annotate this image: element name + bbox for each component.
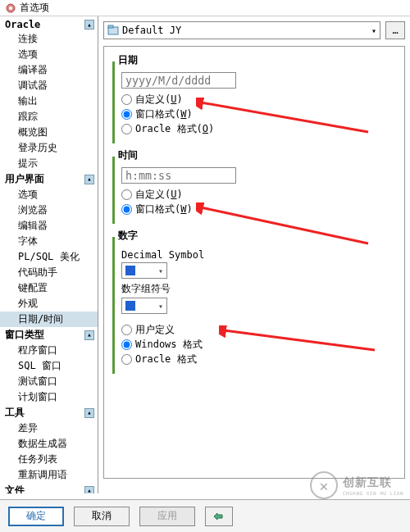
- sidebar-item[interactable]: 差异: [0, 421, 98, 436]
- sidebar-item[interactable]: 调试器: [0, 78, 98, 93]
- sidebar-group-header[interactable]: 文件▴: [0, 483, 98, 493]
- cancel-button[interactable]: 取消: [74, 507, 130, 526]
- sidebar-item[interactable]: 重新调用语: [0, 467, 98, 483]
- settings-panel: 日期 自定义(U) 窗口格式(W) Oracle 格式(O) 时间 自定义(U)…: [103, 46, 405, 479]
- number-windows-radio[interactable]: Windows 格式: [121, 338, 390, 352]
- sidebar-item[interactable]: 浏览器: [0, 202, 98, 218]
- color-swatch: [125, 266, 135, 275]
- browse-button[interactable]: …: [385, 21, 405, 39]
- sidebar-item[interactable]: 编辑器: [0, 218, 98, 234]
- time-format-input[interactable]: [121, 167, 236, 184]
- time-window-radio[interactable]: 窗口格式(W): [121, 202, 390, 216]
- number-legend: 数字: [118, 229, 139, 244]
- sidebar-item[interactable]: 跟踪: [0, 109, 98, 125]
- watermark-icon: ✕: [310, 471, 338, 499]
- sidebar-item[interactable]: PL/SQL 美化: [0, 249, 98, 265]
- date-format-input[interactable]: [121, 72, 236, 89]
- number-user-radio[interactable]: 用户定义: [121, 323, 390, 337]
- help-icon: [212, 510, 226, 523]
- sidebar-group-header[interactable]: 用户界面▴: [0, 171, 98, 187]
- sidebar-item[interactable]: 字体: [0, 234, 98, 249]
- footer: 确定 取消 应用: [0, 499, 410, 532]
- collapse-icon: ▴: [84, 175, 94, 184]
- chevron-down-icon: ▾: [158, 302, 163, 311]
- sidebar-item[interactable]: 选项: [0, 187, 98, 202]
- date-window-radio[interactable]: 窗口格式(W): [121, 107, 390, 121]
- grouping-symbol-select[interactable]: ▾: [121, 298, 167, 314]
- decimal-label: Decimal Symbol: [121, 249, 390, 261]
- profile-name: Default JY: [122, 25, 368, 36]
- sidebar-item[interactable]: 概览图: [0, 125, 98, 140]
- sidebar-group-header[interactable]: 工具▴: [0, 405, 98, 421]
- collapse-icon: ▴: [84, 408, 94, 418]
- sidebar: Oracle▴连接选项编译器调试器输出跟踪概览图登录历史提示用户界面▴选项浏览器…: [0, 16, 98, 493]
- date-oracle-radio[interactable]: Oracle 格式(O): [121, 122, 390, 136]
- grouping-label: 数字组符号: [121, 282, 390, 296]
- sidebar-item[interactable]: 输出: [0, 93, 98, 109]
- sidebar-item[interactable]: 代码助手: [0, 265, 98, 280]
- sidebar-group-header[interactable]: Oracle▴: [0, 18, 98, 31]
- help-button[interactable]: [205, 507, 233, 526]
- date-custom-radio[interactable]: 自定义(U): [121, 93, 390, 107]
- sidebar-item[interactable]: 键配置: [0, 280, 98, 296]
- svg-point-1: [9, 7, 12, 10]
- chevron-down-icon: ▾: [158, 266, 163, 275]
- chevron-down-icon: ▾: [371, 26, 376, 35]
- profile-select[interactable]: Default JY ▾: [103, 21, 380, 39]
- number-group: 数字 Decimal Symbol ▾ 数字组符号 ▾ 用户定义 Windows…: [112, 229, 396, 374]
- collapse-icon: ▴: [84, 330, 94, 340]
- number-oracle-radio[interactable]: Oracle 格式: [121, 352, 390, 366]
- date-legend: 日期: [118, 53, 139, 69]
- watermark: ✕ 创新互联 CHUANG XIN HU LIAN: [310, 471, 403, 499]
- time-custom-radio[interactable]: 自定义(U): [121, 188, 390, 202]
- sidebar-item[interactable]: 登录历史: [0, 140, 98, 156]
- sidebar-item[interactable]: 外观: [0, 296, 98, 311]
- time-legend: 时间: [118, 148, 139, 164]
- sidebar-item[interactable]: 计划窗口: [0, 389, 98, 405]
- time-group: 时间 自定义(U) 窗口格式(W): [112, 148, 396, 224]
- decimal-symbol-select[interactable]: ▾: [121, 262, 167, 279]
- sidebar-item[interactable]: 连接: [0, 31, 98, 47]
- collapse-icon: ▴: [84, 20, 94, 30]
- sidebar-item[interactable]: 测试窗口: [0, 374, 98, 389]
- sidebar-item[interactable]: 数据生成器: [0, 436, 98, 452]
- color-swatch: [125, 301, 135, 311]
- sidebar-item[interactable]: 提示: [0, 156, 98, 171]
- sidebar-item[interactable]: 程序窗口: [0, 343, 98, 358]
- window-title: 首选项: [20, 1, 49, 15]
- sidebar-item[interactable]: 日期/时间: [0, 311, 98, 327]
- apply-button[interactable]: 应用: [139, 507, 195, 526]
- app-icon: [5, 2, 16, 14]
- collapse-icon: ▴: [84, 486, 94, 494]
- sidebar-item[interactable]: 编译器: [0, 62, 98, 78]
- sidebar-item[interactable]: SQL 窗口: [0, 358, 98, 374]
- ok-button[interactable]: 确定: [8, 507, 64, 526]
- date-group: 日期 自定义(U) 窗口格式(W) Oracle 格式(O): [112, 53, 396, 143]
- sidebar-item[interactable]: 任务列表: [0, 452, 98, 467]
- sidebar-group-header[interactable]: 窗口类型▴: [0, 327, 98, 343]
- profile-icon: [107, 25, 119, 36]
- sidebar-item[interactable]: 选项: [0, 47, 98, 62]
- svg-rect-3: [108, 25, 113, 28]
